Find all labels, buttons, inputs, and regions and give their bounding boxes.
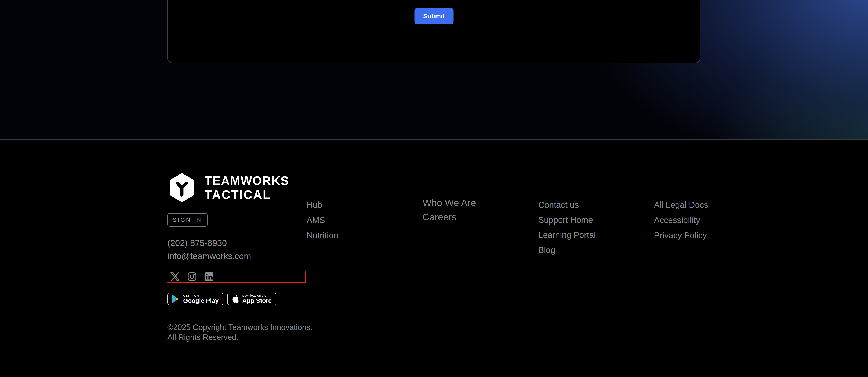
- hero-section: Submit: [0, 0, 868, 140]
- x-icon: [170, 272, 180, 281]
- google-play-badge[interactable]: GET IT ON Google Play: [167, 293, 223, 305]
- social-link-x[interactable]: [170, 272, 180, 282]
- social-link-linkedin[interactable]: [204, 272, 214, 282]
- nav-link-learning-portal[interactable]: Learning Portal: [538, 230, 596, 240]
- app-store-badges: GET IT ON Google Play Download on the Ap…: [167, 293, 276, 305]
- brand-name-line1: TEAMWORKS: [205, 174, 289, 187]
- nav-link-careers[interactable]: Careers: [423, 212, 476, 223]
- copyright-line1: ©2025 Copyright Teamworks Innovations.: [167, 322, 313, 332]
- nav-link-all-legal-docs[interactable]: All Legal Docs: [654, 200, 708, 210]
- social-icons-highlight-box: [166, 270, 306, 283]
- teamworks-hex-logo-icon: [167, 173, 196, 202]
- nav-link-contact-us[interactable]: Contact us: [538, 200, 596, 210]
- nav-link-support-home[interactable]: Support Home: [538, 215, 596, 225]
- instagram-icon: [187, 272, 197, 281]
- app-store-store-name: App Store: [242, 297, 272, 304]
- nav-link-blog[interactable]: Blog: [538, 245, 596, 255]
- google-play-icon: [172, 294, 180, 303]
- submit-button[interactable]: Submit: [414, 8, 454, 24]
- linkedin-icon: [204, 272, 214, 281]
- footer-nav-products: Hub AMS Nutrition: [307, 200, 338, 240]
- nav-link-nutrition[interactable]: Nutrition: [307, 231, 338, 240]
- nav-link-who-we-are[interactable]: Who We Are: [423, 197, 476, 208]
- nav-link-privacy-policy[interactable]: Privacy Policy: [654, 231, 708, 240]
- nav-link-hub[interactable]: Hub: [307, 200, 338, 210]
- nav-link-accessibility[interactable]: Accessibility: [654, 215, 708, 225]
- google-play-tagline: GET IT ON: [183, 294, 219, 297]
- sign-in-button[interactable]: SIGN IN: [167, 213, 208, 227]
- contact-form-card: Submit: [167, 0, 701, 63]
- brand: TEAMWORKS TACTICAL: [167, 173, 289, 202]
- app-store-tagline: Download on the: [242, 294, 272, 297]
- app-store-badge[interactable]: Download on the App Store: [227, 293, 277, 305]
- copyright: ©2025 Copyright Teamworks Innovations. A…: [167, 322, 313, 342]
- phone-link[interactable]: (202) 875-8930: [167, 238, 227, 248]
- social-link-instagram[interactable]: [187, 272, 197, 282]
- brand-name-line2: TACTICAL: [205, 187, 289, 202]
- apple-icon: [232, 294, 240, 303]
- footer-nav-legal: All Legal Docs Accessibility Privacy Pol…: [654, 200, 708, 240]
- brand-wordmark: TEAMWORKS TACTICAL: [205, 174, 289, 202]
- footer-nav-company: Who We Are Careers: [423, 197, 476, 223]
- copyright-line2: All Rights Reserved.: [167, 332, 313, 342]
- google-play-store-name: Google Play: [183, 297, 219, 304]
- nav-link-ams[interactable]: AMS: [307, 215, 338, 225]
- email-link[interactable]: info@teamworks.com: [167, 251, 251, 261]
- footer: TEAMWORKS TACTICAL SIGN IN (202) 875-893…: [0, 140, 868, 376]
- footer-nav-support: Contact us Support Home Learning Portal …: [538, 200, 596, 255]
